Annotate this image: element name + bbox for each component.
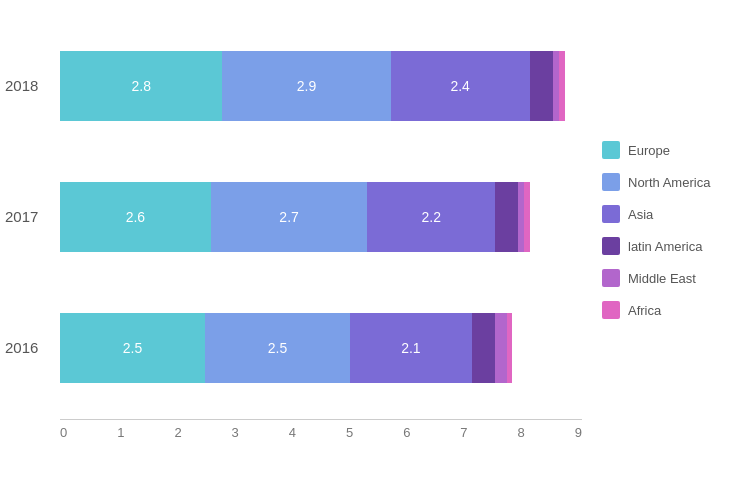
bar-segment-asia: 2.4 [391, 51, 530, 121]
x-tick: 7 [460, 425, 467, 440]
legend-label: latin America [628, 239, 702, 254]
x-tick: 9 [575, 425, 582, 440]
legend-item: Africa [602, 301, 732, 319]
bar-segment-latin-america [530, 51, 553, 121]
bar-segment-north-america: 2.9 [222, 51, 390, 121]
bar-segment-north-america: 2.7 [211, 182, 368, 252]
x-axis-ticks: 0123456789 [60, 425, 582, 440]
bar-segment-middle-east [495, 313, 507, 383]
bar-segment-europe: 2.8 [60, 51, 222, 121]
year-label: 2018 [5, 77, 38, 94]
legend-item: North America [602, 173, 732, 191]
bar-row: 20182.82.92.4 [60, 51, 582, 121]
legend-color-box [602, 269, 620, 287]
chart-container: 20182.82.92.420172.62.72.220162.52.52.1 … [0, 0, 742, 500]
bar-segment-north-america: 2.5 [205, 313, 350, 383]
x-tick: 5 [346, 425, 353, 440]
legend-label: Europe [628, 143, 670, 158]
bar-row: 20172.62.72.2 [60, 182, 582, 252]
legend-color-box [602, 301, 620, 319]
legend-label: Middle East [628, 271, 696, 286]
x-tick: 3 [232, 425, 239, 440]
x-tick: 2 [174, 425, 181, 440]
legend-item: Europe [602, 141, 732, 159]
bar-segment-latin-america [472, 313, 495, 383]
bar-segments: 2.82.92.4 [60, 51, 582, 121]
bar-segment-latin-america [495, 182, 518, 252]
x-tick: 8 [518, 425, 525, 440]
rows-container: 20182.82.92.420172.62.72.220162.52.52.1 [60, 20, 582, 413]
year-label: 2017 [5, 208, 38, 225]
legend-label: Asia [628, 207, 653, 222]
bar-segment-asia: 2.2 [367, 182, 495, 252]
x-tick: 0 [60, 425, 67, 440]
x-tick: 4 [289, 425, 296, 440]
legend-color-box [602, 173, 620, 191]
year-label: 2016 [5, 339, 38, 356]
bar-segment-africa [524, 182, 530, 252]
x-tick: 6 [403, 425, 410, 440]
bar-segments: 2.52.52.1 [60, 313, 582, 383]
legend-item: Asia [602, 205, 732, 223]
legend-item: Middle East [602, 269, 732, 287]
chart-body: 20182.82.92.420172.62.72.220162.52.52.1 … [60, 20, 582, 440]
chart-legend: EuropeNorth AmericaAsialatin AmericaMidd… [602, 141, 732, 319]
bar-segment-africa [559, 51, 565, 121]
bar-segments: 2.62.72.2 [60, 182, 582, 252]
legend-label: North America [628, 175, 710, 190]
legend-color-box [602, 237, 620, 255]
bar-segment-asia: 2.1 [350, 313, 472, 383]
x-tick: 1 [117, 425, 124, 440]
x-axis-row: 0123456789 [60, 419, 582, 440]
legend-color-box [602, 141, 620, 159]
bar-segment-europe: 2.5 [60, 313, 205, 383]
bar-row: 20162.52.52.1 [60, 313, 582, 383]
legend-label: Africa [628, 303, 661, 318]
legend-color-box [602, 205, 620, 223]
legend-item: latin America [602, 237, 732, 255]
bar-segment-africa [507, 313, 513, 383]
bar-segment-europe: 2.6 [60, 182, 211, 252]
